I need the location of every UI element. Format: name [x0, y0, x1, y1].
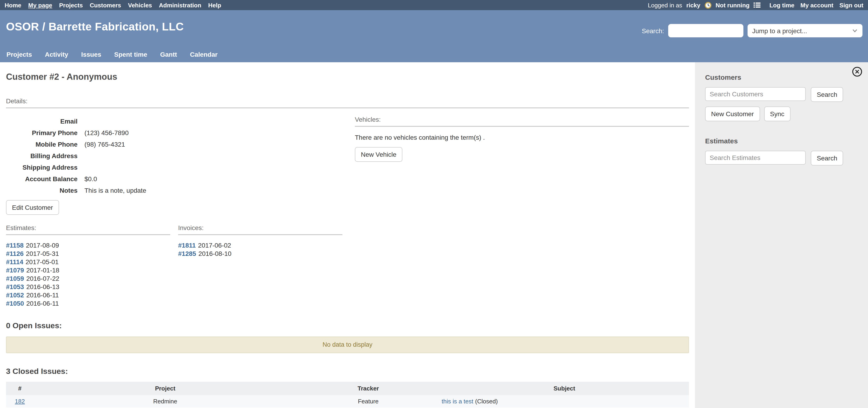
column-header-id: #	[6, 382, 34, 395]
tab-gantt[interactable]: Gantt	[160, 51, 177, 58]
estimate-item: #10592016-07-22	[6, 274, 170, 282]
field-label: Email	[6, 116, 78, 127]
search-estimates-input[interactable]	[705, 151, 806, 165]
chevron-down-icon	[852, 28, 858, 35]
tab-spent-time[interactable]: Spent time	[114, 51, 147, 58]
search-customers-input[interactable]	[705, 87, 806, 101]
page-header: OSOR / Barrette Fabrication, LLC Search:…	[0, 10, 868, 62]
estimate-date: 2017-05-31	[26, 250, 59, 257]
field-row-notes: Notes This is a note, update	[6, 185, 347, 196]
top-menu-vehicles[interactable]: Vehicles	[128, 2, 152, 8]
timer-status-label: Not running	[715, 2, 749, 8]
clock-icon[interactable]	[705, 2, 711, 8]
field-value: This is a note, update	[85, 185, 146, 196]
top-menu-home[interactable]: Home	[5, 2, 21, 8]
logged-in-label: Logged in as	[648, 2, 682, 8]
closed-issues-table: # Project Tracker Subject 182 Redmine Fe…	[6, 382, 689, 408]
sidebar-customers-heading: Customers	[705, 73, 858, 81]
estimate-link[interactable]: #1126	[6, 250, 24, 257]
estimate-date: 2016-06-13	[26, 283, 59, 291]
field-label: Notes	[6, 185, 78, 196]
tab-issues[interactable]: Issues	[81, 51, 101, 58]
edit-customer-button[interactable]: Edit Customer	[6, 200, 59, 215]
issue-subject-link[interactable]: this is a test	[442, 398, 473, 405]
estimates-divider	[6, 234, 170, 235]
table-header-row: # Project Tracker Subject	[6, 382, 689, 395]
estimate-item: #10532016-06-13	[6, 282, 170, 291]
field-label: Billing Address	[6, 150, 78, 162]
issue-id-link[interactable]: 182	[15, 398, 25, 405]
tab-projects[interactable]: Projects	[6, 51, 32, 58]
top-menu-projects[interactable]: Projects	[59, 2, 83, 8]
field-value: (98) 765-4321	[85, 139, 125, 150]
session-links: Log time My account Sign out	[770, 2, 863, 8]
estimate-date: 2017-08-09	[26, 242, 59, 249]
top-menu: Home My page Projects Customers Vehicles…	[5, 2, 221, 8]
log-time-link[interactable]: Log time	[770, 2, 795, 8]
estimate-date: 2017-01-18	[26, 267, 59, 274]
app-title: OSOR / Barrette Fabrication, LLC	[6, 20, 184, 33]
closed-issues-heading: 3 Closed Issues:	[6, 367, 689, 376]
top-menu-help[interactable]: Help	[208, 2, 221, 8]
sync-button[interactable]: Sync	[764, 106, 790, 121]
estimate-item: #11262017-05-31	[6, 249, 170, 258]
invoice-link[interactable]: #1285	[178, 250, 196, 257]
estimate-link[interactable]: #1079	[6, 267, 24, 274]
estimates-search-row: Search	[705, 151, 858, 166]
field-value: $0.0	[85, 173, 97, 185]
estimate-link[interactable]: #1158	[6, 242, 24, 249]
search-label: Search:	[642, 27, 664, 34]
invoices-divider	[178, 234, 342, 235]
estimate-date: 2016-07-22	[26, 275, 59, 282]
username-link[interactable]: ricky	[686, 2, 701, 8]
vehicles-divider	[355, 126, 689, 127]
my-account-link[interactable]: My account	[800, 2, 833, 8]
header-search-area: Search: Jump to a project...	[642, 24, 863, 37]
estimates-heading: Estimates:	[6, 224, 170, 231]
main-tabs: Projects Activity Issues Spent time Gant…	[6, 51, 218, 62]
estimate-link[interactable]: #1053	[6, 283, 24, 291]
customer-fields: Email Primary Phone (123) 456-7890 Mobil…	[6, 116, 347, 196]
invoice-date: 2016-08-10	[198, 250, 231, 257]
issue-project-cell: Redmine	[34, 395, 297, 408]
top-menu-customers[interactable]: Customers	[90, 2, 121, 8]
search-customers-button[interactable]: Search	[811, 87, 843, 102]
estimate-link[interactable]: #1052	[6, 292, 24, 299]
field-row-billing-address: Billing Address	[6, 150, 347, 162]
sign-out-link[interactable]: Sign out	[839, 2, 863, 8]
content-row: Customer #2 - Anonymous Details: Email P…	[0, 62, 868, 408]
global-search-input[interactable]	[668, 24, 743, 37]
estimate-date: 2017-05-01	[26, 258, 59, 266]
search-estimates-button[interactable]: Search	[811, 151, 843, 166]
field-row-primary-phone: Primary Phone (123) 456-7890	[6, 127, 347, 139]
column-header-project: Project	[34, 382, 297, 395]
tab-calendar[interactable]: Calendar	[190, 51, 218, 58]
new-vehicle-button[interactable]: New Vehicle	[355, 147, 402, 162]
estimates-list-section: Estimates: #11582017-08-09 #11262017-05-…	[6, 224, 170, 307]
estimate-link[interactable]: #1059	[6, 275, 24, 282]
customer-details-column: Email Primary Phone (123) 456-7890 Mobil…	[6, 108, 347, 307]
tab-activity[interactable]: Activity	[45, 51, 68, 58]
close-circle-icon[interactable]	[852, 66, 863, 77]
column-header-tracker: Tracker	[297, 382, 440, 395]
top-menu-administration[interactable]: Administration	[159, 2, 201, 8]
new-customer-button[interactable]: New Customer	[705, 106, 760, 121]
list-icon[interactable]	[754, 2, 761, 8]
estimate-link[interactable]: #1114	[6, 258, 23, 266]
estimate-link[interactable]: #1050	[6, 300, 24, 307]
main-content: Customer #2 - Anonymous Details: Email P…	[0, 62, 695, 408]
invoice-link[interactable]: #1811	[178, 242, 196, 249]
details-section-heading: Details:	[6, 97, 689, 105]
field-row-mobile-phone: Mobile Phone (98) 765-4321	[6, 139, 347, 150]
top-menu-my-page[interactable]: My page	[28, 2, 52, 8]
field-label: Mobile Phone	[6, 139, 78, 150]
invoices-list: #18112017-06-02 #12852016-08-10	[178, 241, 342, 258]
top-menu-bar: Home My page Projects Customers Vehicles…	[0, 0, 868, 10]
project-jump-select[interactable]: Jump to a project...	[748, 24, 863, 37]
field-label: Primary Phone	[6, 127, 78, 139]
estimates-invoices-row: Estimates: #11582017-08-09 #11262017-05-…	[6, 224, 347, 307]
invoice-item: #12852016-08-10	[178, 249, 342, 258]
sidebar-estimates-heading: Estimates	[705, 137, 858, 145]
estimate-date: 2016-06-11	[26, 292, 59, 299]
invoice-date: 2017-06-02	[198, 242, 231, 249]
